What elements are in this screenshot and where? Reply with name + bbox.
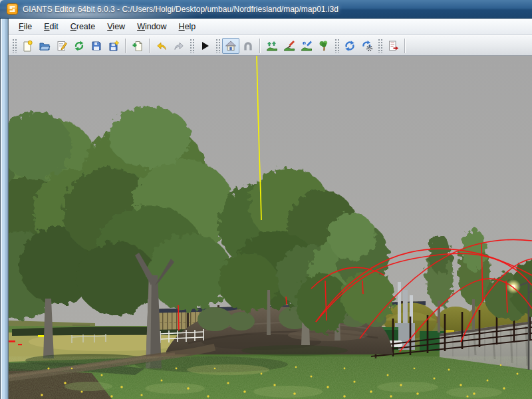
scene-svg xyxy=(9,56,532,399)
terrain-detail-button[interactable] xyxy=(298,38,315,54)
reload-shaders-icon xyxy=(344,40,356,52)
giants-logo-icon xyxy=(7,3,18,15)
play-button[interactable] xyxy=(196,38,213,54)
magnet-icon xyxy=(242,40,254,52)
reload-file-green-icon xyxy=(73,40,85,52)
terrain-paint-button[interactable] xyxy=(281,38,298,54)
reload-scripts-gear-icon xyxy=(361,40,373,52)
toolbar-grip[interactable] xyxy=(190,39,194,53)
reload-file-button[interactable] xyxy=(70,38,88,54)
toolbar-grip[interactable] xyxy=(215,39,220,53)
toolbar-grip[interactable] xyxy=(12,39,17,53)
save-as-button[interactable] xyxy=(105,38,122,54)
open-folder-icon xyxy=(39,40,51,52)
save-as-floppy-star-icon xyxy=(108,40,120,52)
terrain-detail-icon xyxy=(301,40,313,52)
foliage-paint-button[interactable] xyxy=(315,38,332,54)
edit-notepad-icon xyxy=(56,40,68,52)
import-button[interactable] xyxy=(129,38,146,54)
edit-file-button[interactable] xyxy=(53,38,70,54)
import-document-plus-icon xyxy=(132,40,144,52)
undo-button[interactable] xyxy=(153,38,170,54)
toolbar-separator xyxy=(259,39,261,53)
menu-view[interactable]: View xyxy=(101,20,131,33)
redo-button[interactable] xyxy=(170,38,188,54)
toolbar-grip[interactable] xyxy=(378,39,382,53)
menu-edit[interactable]: Edit xyxy=(38,20,65,33)
open-file-button[interactable] xyxy=(36,38,53,54)
terrain-sculpt-icon xyxy=(266,40,278,52)
menu-help[interactable]: Help xyxy=(173,20,202,33)
menu-create[interactable]: Create xyxy=(65,20,102,33)
redo-arrow-icon xyxy=(173,40,185,52)
play-icon xyxy=(199,40,211,52)
toolbar-separator xyxy=(149,39,150,53)
toolbar-separator xyxy=(404,39,406,53)
foliage-tree-icon xyxy=(318,40,330,52)
giants-editor-window: GIANTS Editor 64bit 6.0.3 - C:/Users/Hol… xyxy=(0,0,532,399)
menu-bar: File Edit Create View Window Help xyxy=(9,19,532,35)
toolbar-separator xyxy=(125,39,126,53)
undo-arrow-icon xyxy=(156,40,168,52)
script-console-icon xyxy=(387,40,399,52)
toolbar xyxy=(9,35,532,56)
window-title: GIANTS Editor 64bit 6.0.3 - C:/Users/Hol… xyxy=(23,5,338,14)
home-camera-button[interactable] xyxy=(222,38,239,54)
script-console-button[interactable] xyxy=(384,38,402,54)
viewport-3d[interactable] xyxy=(9,56,532,399)
title-bar[interactable]: GIANTS Editor 64bit 6.0.3 - C:/Users/Hol… xyxy=(0,0,532,19)
new-file-button[interactable] xyxy=(19,38,36,54)
terrain-sculpt-button[interactable] xyxy=(263,38,281,54)
reload-scripts-button[interactable] xyxy=(358,38,376,54)
magnet-button[interactable] xyxy=(239,38,257,54)
menu-window[interactable]: Window xyxy=(131,20,172,33)
reload-shaders-button[interactable] xyxy=(341,38,358,54)
terrain-paint-icon xyxy=(283,40,295,52)
home-house-icon xyxy=(225,40,237,52)
window-border-left xyxy=(0,19,9,399)
toolbar-grip[interactable] xyxy=(334,39,339,53)
biogas-dome xyxy=(438,307,473,332)
new-document-icon xyxy=(21,40,33,52)
save-floppy-icon xyxy=(90,40,102,52)
menu-file[interactable]: File xyxy=(13,20,38,33)
save-button[interactable] xyxy=(88,38,105,54)
